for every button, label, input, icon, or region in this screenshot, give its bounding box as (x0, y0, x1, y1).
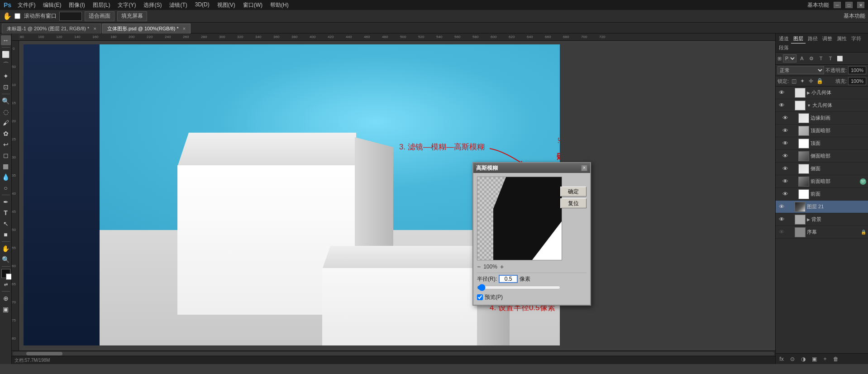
hscroll-thumb[interactable] (26, 352, 62, 355)
panel-tab-properties[interactable]: 属性 (835, 34, 849, 43)
layer-eye-xiaojiheti[interactable]: 👁 (777, 89, 786, 97)
group-arrow-beijing[interactable]: ▶ (807, 217, 810, 222)
layer-eye-qianmian[interactable]: 👁 (781, 190, 789, 198)
blend-mode-select[interactable]: 正常 (777, 66, 824, 74)
fx-button[interactable]: fx (777, 355, 786, 363)
panel-tab-adjustments[interactable]: 调整 (820, 34, 835, 43)
layer-item-cemian[interactable]: 👁 侧面 (776, 163, 868, 175)
new-group-button[interactable]: ▣ (810, 355, 818, 363)
lock-transparent[interactable]: ◫ (790, 77, 797, 85)
shape-tool[interactable]: ■ (1, 230, 11, 240)
layer-eye-xumu[interactable]: 👁 (777, 228, 786, 236)
win-maximize[interactable]: □ (845, 2, 853, 8)
layer-item-cemian-anbu[interactable]: 👁 侧面暗部 (776, 150, 868, 163)
layer-item-xiaojiheti[interactable]: 👁 ▶ 小几何体 (776, 86, 868, 99)
layer-eye-layer21[interactable]: 👁 (777, 203, 786, 211)
group-arrow-dajiheti[interactable]: ▼ (807, 103, 811, 108)
switch-colors[interactable]: ⇄ (1, 279, 11, 289)
delete-layer-button[interactable]: 🗑 (832, 355, 840, 363)
layer-type-filter[interactable]: P型 (783, 54, 796, 62)
screen-mode[interactable]: ▣ (1, 304, 11, 314)
pen-tool[interactable]: ✒ (1, 197, 11, 207)
radius-slider[interactable] (477, 285, 561, 290)
menu-item-文字(Y)[interactable]: 文字(Y) (114, 0, 139, 10)
brush-tool[interactable]: 🖌 (1, 118, 11, 128)
dialog-close-button[interactable]: × (581, 165, 587, 171)
menu-item-编辑(E)[interactable]: 编辑(E) (39, 0, 65, 10)
new-layer-button[interactable]: ＋ (821, 355, 829, 363)
healing-brush[interactable]: ◌ (1, 107, 11, 117)
layer-item-xumu[interactable]: 👁 序幕 🔒 (776, 226, 868, 239)
move-tool[interactable]: ↔ (1, 35, 11, 45)
zoom-in-icon[interactable]: + (500, 263, 504, 270)
fill-screen-button[interactable]: 填充屏幕 (117, 11, 147, 21)
layer-item-qianmian[interactable]: 👁 前面 (776, 188, 868, 201)
layer-eye-qianmian-anbu[interactable]: 👁 (781, 177, 789, 186)
lock-all[interactable]: 🔒 (816, 77, 823, 85)
layer-eye-beijing[interactable]: 👁 (777, 216, 786, 224)
menu-item-滤镜(T)[interactable]: 滤镜(T) (166, 0, 191, 10)
layer-eye-dajiheti[interactable]: 👁 (777, 101, 786, 110)
panel-tab-character[interactable]: 字符 (849, 34, 863, 43)
layer-eye-dingmian-anbu[interactable]: 👁 (781, 127, 789, 135)
marquee-tool[interactable]: ⬜ (1, 49, 11, 59)
hscroll-track[interactable] (13, 352, 774, 355)
panel-tab-paragraph[interactable]: 段落 (777, 43, 791, 52)
quick-select-tool[interactable]: ✦ (1, 71, 11, 81)
zoom-input[interactable]: 100% (59, 12, 82, 21)
layer-eye-cemian-anbu[interactable]: 👁 (781, 152, 789, 160)
foreground-color[interactable] (1, 269, 10, 278)
panel-tab-layers[interactable]: 图层 (791, 34, 806, 43)
clone-stamp[interactable]: ✿ (1, 129, 11, 139)
panel-icon-4[interactable]: T (826, 54, 835, 62)
menu-item-窗口(W)[interactable]: 窗口(W) (239, 0, 266, 10)
eyedropper-tool[interactable]: 🔍 (1, 96, 11, 106)
tab-1-close[interactable]: × (183, 26, 186, 31)
layer-eye-cemian[interactable]: 👁 (781, 165, 789, 173)
win-minimize[interactable]: ─ (834, 2, 841, 8)
tab-1[interactable]: 立体图形.psd @ 100%(RGB/8) * × (102, 24, 191, 34)
layer-item-dingmian-anbu[interactable]: 👁 顶面暗部 (776, 125, 868, 137)
fill-input[interactable] (848, 77, 866, 85)
preview-checkbox[interactable] (477, 294, 483, 300)
cancel-button[interactable]: 复位 (560, 198, 587, 208)
menu-item-视图(V)[interactable]: 视图(V) (214, 0, 239, 10)
menu-item-文件(F)[interactable]: 文件(F) (14, 0, 39, 10)
opacity-input[interactable] (848, 66, 866, 74)
crop-tool[interactable]: ⊡ (1, 82, 11, 92)
layer-eye-bianyuan[interactable]: 👁 (781, 114, 789, 122)
menu-item-图像(I)[interactable]: 图像(I) (65, 0, 88, 10)
history-brush[interactable]: ↩ (1, 139, 11, 149)
radius-input[interactable] (499, 275, 518, 283)
ok-button[interactable]: 确定 (560, 187, 587, 197)
menu-item-3D(D)[interactable]: 3D(D) (191, 0, 213, 10)
blur-tool[interactable]: 💧 (1, 172, 11, 182)
layer-item-qianmian-anbu[interactable]: 👁 前面暗部 57 (776, 175, 868, 188)
layer-item-layer21[interactable]: 👁 图层 21 (776, 201, 868, 213)
eraser-tool[interactable]: ◻ (1, 150, 11, 160)
panel-icon-2[interactable]: ⚙ (807, 54, 816, 62)
layer-eye-dingmian[interactable]: 👁 (781, 139, 789, 148)
lock-pixels[interactable]: ✦ (799, 77, 806, 85)
panel-icon-1[interactable]: A (798, 54, 806, 62)
layer-item-bianyuan[interactable]: 👁 边缘刻画 (776, 112, 868, 125)
gradient-tool[interactable]: ▦ (1, 161, 11, 171)
menu-item-图层(L)[interactable]: 图层(L) (89, 0, 114, 10)
tab-0-close[interactable]: × (93, 26, 96, 31)
fit-screen-button[interactable]: 适合画面 (85, 11, 114, 21)
path-select[interactable]: ↖ (1, 219, 11, 229)
panel-icon-3[interactable]: T (817, 54, 825, 62)
layer-item-beijing[interactable]: 👁 ▶ 背景 (776, 213, 868, 226)
win-close[interactable]: ✕ (857, 2, 864, 8)
lock-position[interactable]: ✛ (807, 77, 815, 85)
tab-0[interactable]: 未标题-1 @ 200% (图层 21, RGB/8) * × (2, 24, 101, 34)
horizontal-scrollbar[interactable] (12, 350, 775, 356)
scroll-all-checkbox[interactable] (14, 13, 20, 19)
layer-item-dajiheti[interactable]: 👁 ▼ 大几何体 (776, 99, 868, 112)
add-mask-button[interactable]: ⊙ (788, 355, 796, 363)
menu-item-选择(S)[interactable]: 选择(S) (140, 0, 165, 10)
lasso-tool[interactable]: ⌒ (1, 60, 11, 70)
adjustment-layer-button[interactable]: ◑ (799, 355, 807, 363)
panel-tab-channels[interactable]: 通道 (777, 34, 791, 43)
group-arrow-xiaojiheti[interactable]: ▶ (807, 91, 810, 95)
